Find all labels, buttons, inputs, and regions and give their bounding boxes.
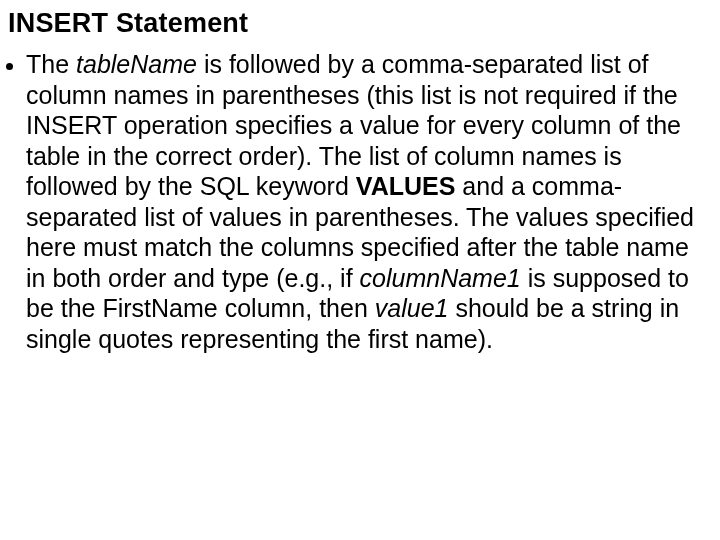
slide-title: INSERT Statement	[8, 8, 706, 39]
inline-italic-tablename: tableName	[76, 50, 197, 78]
inline-bold-values: VALUES	[356, 172, 456, 200]
text-segment: The	[26, 50, 76, 78]
bullet-list: The tableName is followed by a comma-sep…	[8, 49, 706, 354]
inline-italic-columnname1: columnName1	[360, 264, 521, 292]
bullet-item: The tableName is followed by a comma-sep…	[26, 49, 706, 354]
inline-italic-value1: value1	[375, 294, 449, 322]
slide: INSERT Statement The tableName is follow…	[0, 0, 720, 540]
